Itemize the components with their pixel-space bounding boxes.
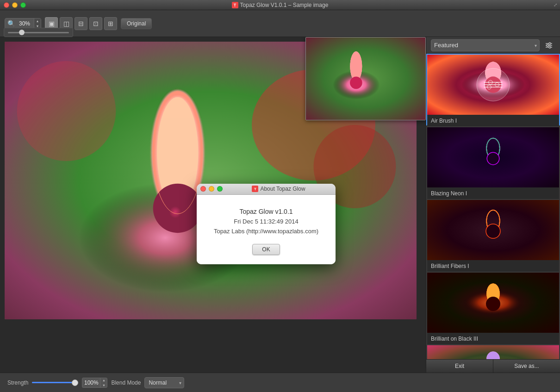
blend-mode-label: Blend Mode (111, 380, 141, 386)
dialog-title-text: T About Topaz Glow (252, 186, 305, 192)
preset-last-thumb-container (426, 344, 560, 359)
blend-mode-select[interactable]: Normal Multiply Screen Overlay Soft Ligh… (144, 377, 184, 388)
svg-point-69 (486, 297, 500, 311)
dialog-ok-button[interactable]: OK (252, 244, 280, 255)
sliders-icon (545, 41, 553, 50)
presets-list: Air Brush I (426, 54, 560, 359)
svg-point-29 (549, 46, 551, 48)
minimize-button[interactable] (12, 2, 18, 8)
strength-label: Strength (7, 380, 28, 386)
about-dialog[interactable]: T About Topaz Glow Topaz Glow v1.0.1 Fri… (197, 184, 336, 264)
view-split-v-button[interactable]: ⊟ (75, 17, 87, 30)
window-title: T Topaz Glow V1.0.1 – Sample image (232, 2, 329, 8)
dialog-app-name: Topaz Glow v1.0.1 (206, 208, 326, 215)
zoom-slider[interactable] (8, 32, 69, 33)
svg-point-61 (486, 224, 500, 238)
title-bar: T Topaz Glow V1.0.1 – Sample image ⤢ (0, 0, 560, 10)
dialog-body: Topaz Glow v1.0.1 Fri Dec 5 11:32:49 201… (197, 195, 336, 264)
strength-value-input[interactable] (82, 380, 100, 386)
sidebar-action-bar: Exit Save as... (426, 359, 560, 373)
preset-brilliant-on-black-iii[interactable]: Brilliant on Black III (426, 272, 560, 343)
preset-brilliant-fibers-i[interactable]: Brilliant Fibers I (426, 199, 560, 271)
dialog-title-bar: T About Topaz Glow (197, 184, 336, 195)
preset-fibers-label: Brilliant Fibers I (427, 260, 559, 272)
svg-point-27 (549, 43, 551, 44)
preset-blazing-thumb-container: Blazing Neon I (426, 126, 560, 198)
svg-point-43 (495, 83, 499, 87)
bottom-bar-left: Strength ▲ ▼ Blend Mode Normal Multiply … (7, 377, 553, 388)
preset-airbrush-thumb-container: Air Brush I (426, 54, 560, 125)
sidebar: Featured All Recent (426, 37, 560, 373)
view-quad-button[interactable]: ⊡ (89, 17, 102, 30)
svg-point-23 (350, 77, 362, 89)
dialog-app-icon: T (252, 186, 258, 192)
expand-icon[interactable]: ⤢ (554, 2, 557, 7)
exit-button[interactable]: Exit (426, 360, 493, 373)
original-button[interactable]: Original (121, 18, 152, 29)
sidebar-settings-button[interactable] (542, 39, 555, 52)
bottom-bar: Strength ▲ ▼ Blend Mode Normal Multiply … (0, 373, 560, 392)
svg-point-28 (547, 44, 548, 46)
zoom-slider-container (4, 28, 73, 37)
preset-blazing-label: Blazing Neon I (427, 187, 559, 199)
thumbnail-preview (305, 37, 426, 120)
preset-blazing-image (427, 127, 559, 187)
svg-point-42 (488, 80, 492, 84)
preset-airbrush-i[interactable]: Air Brush I (426, 54, 560, 125)
window-controls (4, 2, 26, 8)
dialog-close-button[interactable] (200, 186, 206, 192)
preset-fibers-image (427, 200, 559, 260)
dialog-url: Topaz Labs (http://www.topazlabs.com) (206, 228, 326, 235)
preset-airbrush-label: Air Brush I (427, 115, 559, 126)
svg-point-11 (153, 184, 202, 233)
zoom-stepper[interactable]: ▲ ▼ (34, 19, 41, 29)
preset-black-image (427, 273, 559, 333)
preset-airbrush-image (427, 55, 559, 115)
preset-black-thumb-container: Brilliant on Black III (426, 272, 560, 343)
toolbar: 🔍 ▲ ▼ ▣ ◫ ⊟ ⊡ ⊞ Original (0, 10, 560, 37)
svg-point-53 (487, 152, 499, 165)
preset-blazing-neon-i[interactable]: Blazing Neon I (426, 126, 560, 198)
preset-last[interactable] (426, 344, 560, 359)
preset-last-image (427, 345, 559, 359)
dialog-date: Fri Dec 5 11:32:49 2014 (206, 218, 326, 225)
strength-down-arrow[interactable]: ▼ (100, 383, 107, 388)
zoom-section: 🔍 ▲ ▼ (5, 18, 41, 29)
strength-up-arrow[interactable]: ▲ (100, 378, 107, 383)
save-button[interactable]: Save as... (493, 360, 560, 373)
strength-stepper[interactable]: ▲ ▼ (100, 378, 107, 388)
svg-point-44 (487, 85, 492, 89)
blend-mode-select-wrapper[interactable]: Normal Multiply Screen Overlay Soft Ligh… (144, 377, 184, 388)
preset-fibers-thumb-container: Brilliant Fibers I (426, 199, 560, 271)
strength-value-group[interactable]: ▲ ▼ (82, 378, 107, 388)
strength-slider[interactable] (32, 382, 78, 383)
zoom-input[interactable] (15, 19, 34, 29)
maximize-button[interactable] (20, 2, 26, 8)
zoom-icon: 🔍 (5, 19, 15, 29)
zoom-control[interactable]: 🔍 ▲ ▼ (5, 18, 41, 29)
category-select[interactable]: Featured All Recent (431, 39, 540, 51)
zoom-up-arrow[interactable]: ▲ (34, 19, 41, 24)
preset-black-label: Brilliant on Black III (427, 333, 559, 344)
thumbnail-image (306, 37, 425, 120)
close-button[interactable] (4, 2, 9, 8)
sidebar-header: Featured All Recent (426, 37, 560, 54)
strength-slider-container (32, 382, 78, 383)
dialog-maximize-button[interactable] (217, 186, 223, 192)
category-select-wrapper[interactable]: Featured All Recent (431, 39, 540, 51)
app-icon: T (232, 2, 238, 8)
svg-point-16 (17, 61, 116, 161)
dialog-minimize-button[interactable] (209, 186, 214, 192)
view-fit-button[interactable]: ⊞ (104, 17, 117, 30)
